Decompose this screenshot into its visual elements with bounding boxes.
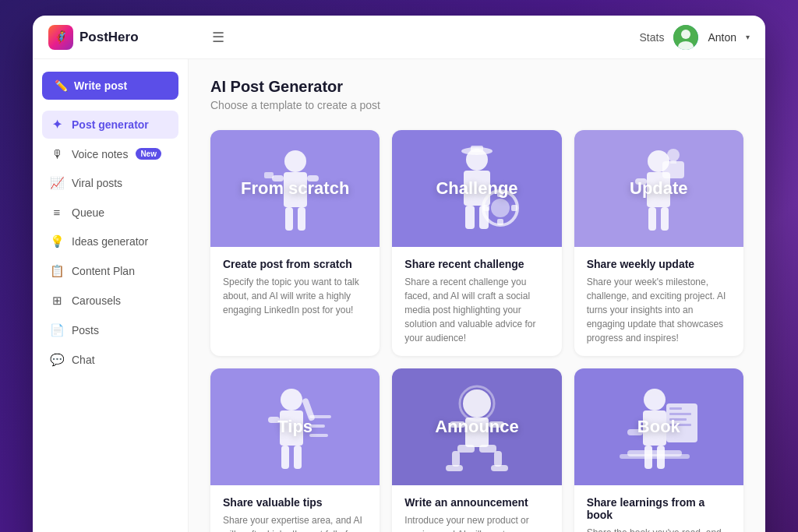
card-body-from-scratch: Create post from scratch Specify the top… (210, 247, 380, 328)
card-title-from-scratch: Create post from scratch (223, 258, 367, 270)
card-body-tips: Share valuable tips Share your expertise… (210, 485, 380, 532)
stats-link[interactable]: Stats (640, 31, 665, 44)
card-desc-book: Share the book you've read, and AI will … (587, 526, 731, 532)
nav-label-ideas-generator: Ideas generator (72, 235, 148, 248)
app-logo-text: PostHero (79, 30, 139, 45)
sidebar-item-queue[interactable]: ≡ Queue (42, 199, 178, 226)
card-illustration-from-scratch: From scratch (210, 130, 380, 247)
user-avatar (673, 25, 698, 50)
card-body-book: Share learnings from a book Share the bo… (574, 485, 743, 532)
card-label-challenge: Challenge (392, 130, 561, 247)
write-post-button[interactable]: ✏️ Write post (42, 72, 178, 100)
nav-label-viral-posts: Viral posts (72, 177, 122, 189)
user-name-label[interactable]: Anton (708, 31, 736, 44)
sidebar-item-viral-posts[interactable]: 📈 Viral posts (42, 169, 178, 197)
voice-notes-badge: New (136, 148, 161, 160)
card-desc-from-scratch: Specify the topic you want to talk about… (223, 275, 367, 317)
card-illustration-tips: Tips (210, 368, 380, 485)
sidebar-item-posts[interactable]: 📄 Posts (42, 316, 178, 344)
sidebar-item-post-generator[interactable]: ✦ Post generator (42, 111, 178, 139)
card-desc-announce: Introduce your new product or service, a… (404, 513, 549, 532)
card-illustration-book: Book (574, 368, 743, 485)
sidebar: ✏️ Write post ✦ Post generator 🎙 Voice n… (33, 59, 189, 532)
top-bar-right: Stats Anton ▾ (640, 25, 750, 50)
card-illustration-update: Update (574, 130, 743, 247)
chevron-down-icon[interactable]: ▾ (746, 33, 750, 41)
ideas-generator-icon: 💡 (50, 234, 64, 248)
nav-label-content-plan: Content Plan (72, 265, 135, 277)
content-plan-icon: 📋 (50, 264, 64, 278)
card-illustration-challenge: Challenge (392, 130, 561, 247)
sidebar-item-ideas-generator[interactable]: 💡 Ideas generator (42, 227, 178, 255)
card-label-update: Update (574, 130, 743, 247)
sidebar-item-content-plan[interactable]: 📋 Content Plan (42, 257, 178, 285)
hamburger-icon[interactable]: ☰ (212, 29, 224, 46)
nav-label-posts: Posts (72, 324, 99, 336)
card-body-announce: Write an announcement Introduce your new… (392, 485, 561, 532)
card-title-announce: Write an announcement (404, 496, 549, 509)
page-title: AI Post Generator (210, 78, 743, 96)
nav-label-voice-notes: Voice notes (72, 148, 128, 160)
nav-label-post-generator: Post generator (72, 118, 149, 131)
sidebar-item-chat[interactable]: 💬 Chat (42, 346, 178, 374)
sidebar-item-carousels[interactable]: ⊞ Carousels (42, 287, 178, 315)
card-title-update: Share weekly update (587, 258, 731, 270)
app-window: 🦸 PostHero ☰ Stats Anton ▾ ✏️ Write post… (33, 16, 765, 532)
post-generator-icon: ✦ (50, 118, 64, 132)
nav-label-chat: Chat (72, 354, 95, 366)
card-body-challenge: Share recent challenge Share a recent ch… (392, 247, 561, 356)
card-update[interactable]: Update Share weekly update Share your we… (574, 130, 743, 356)
top-bar: 🦸 PostHero ☰ Stats Anton ▾ (33, 16, 765, 59)
card-tips[interactable]: Tips Share valuable tips Share your expe… (210, 368, 380, 532)
logo-area: 🦸 PostHero (48, 25, 204, 50)
page-subtitle: Choose a template to create a post (210, 99, 743, 111)
card-book[interactable]: Book Share learnings from a book Share t… (574, 368, 743, 532)
carousels-icon: ⊞ (50, 294, 64, 308)
nav-label-queue: Queue (72, 206, 104, 219)
card-announce[interactable]: Announce Write an announcement Introduce… (392, 368, 561, 532)
card-label-from-scratch: From scratch (210, 130, 380, 247)
content-area: AI Post Generator Choose a template to c… (189, 59, 765, 532)
card-label-tips: Tips (210, 368, 380, 485)
card-title-book: Share learnings from a book (587, 496, 731, 521)
logo-icon: 🦸 (48, 25, 73, 50)
card-label-book: Book (574, 368, 743, 485)
chat-icon: 💬 (50, 353, 64, 367)
main-layout: ✏️ Write post ✦ Post generator 🎙 Voice n… (33, 59, 765, 532)
card-desc-update: Share your week's milestone, challenge, … (587, 275, 731, 345)
cards-grid: From scratch Create post from scratch Sp… (210, 130, 743, 532)
queue-icon: ≡ (50, 206, 64, 219)
posts-icon: 📄 (50, 323, 64, 337)
nav-label-carousels: Carousels (72, 294, 121, 307)
card-desc-challenge: Share a recent challenge you faced, and … (404, 275, 549, 345)
viral-posts-icon: 📈 (50, 176, 64, 190)
card-desc-tips: Share your expertise area, and AI will c… (223, 513, 367, 532)
card-title-challenge: Share recent challenge (404, 258, 549, 270)
card-from-scratch[interactable]: From scratch Create post from scratch Sp… (210, 130, 380, 356)
card-body-update: Share weekly update Share your week's mi… (574, 247, 743, 356)
sidebar-item-voice-notes[interactable]: 🎙 Voice notes New (42, 140, 178, 167)
card-label-announce: Announce (392, 368, 561, 485)
voice-notes-icon: 🎙 (50, 147, 64, 160)
card-challenge[interactable]: Challenge Share recent challenge Share a… (392, 130, 561, 356)
card-title-tips: Share valuable tips (223, 496, 367, 509)
card-illustration-announce: Announce (392, 368, 561, 485)
svg-point-1 (681, 30, 690, 39)
